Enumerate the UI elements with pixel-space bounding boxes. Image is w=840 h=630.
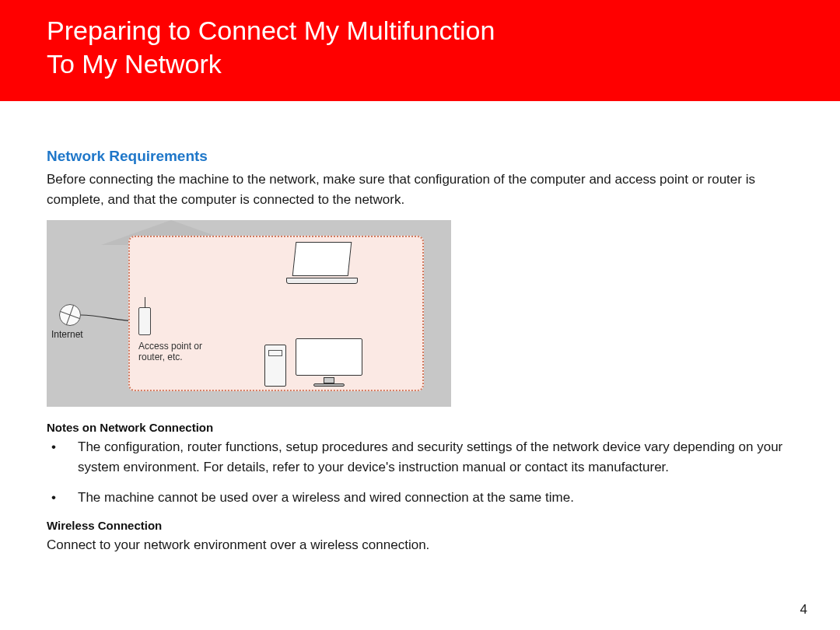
notes-list: • The configuration, router functions, s… <box>47 437 793 508</box>
slide-header: Preparing to Connect My Multifunction To… <box>0 0 840 102</box>
pc-tower-icon <box>264 345 286 387</box>
notes-item: • The configuration, router functions, s… <box>47 437 793 477</box>
title-line-2: To My Network <box>47 49 222 79</box>
slide-page: Preparing to Connect My Multifunction To… <box>0 0 840 630</box>
notes-item: • The machine cannot be used over a wire… <box>47 488 793 508</box>
laptop-icon <box>286 242 358 287</box>
notes-item-text: The machine cannot be used over a wirele… <box>78 488 793 508</box>
router-label: Access point or router, etc. <box>138 341 224 363</box>
title-line-1: Preparing to Connect My Multifunction <box>47 16 495 45</box>
bullet-icon: • <box>47 437 78 477</box>
internet-label: Internet <box>51 329 83 340</box>
wireless-text: Connect to your network environment over… <box>47 535 793 555</box>
wireless-heading: Wireless Connection <box>47 519 793 532</box>
notes-item-text: The configuration, router functions, set… <box>78 437 793 477</box>
notes-heading: Notes on Network Connection <box>47 421 793 434</box>
page-number: 4 <box>800 602 807 618</box>
monitor-icon <box>296 338 362 385</box>
intro-paragraph: Before connecting the machine to the net… <box>47 170 793 209</box>
slide-body: Network Requirements Before connecting t… <box>0 101 840 630</box>
section-heading-network-requirements: Network Requirements <box>47 148 793 165</box>
internet-globe-icon <box>59 304 81 326</box>
slide-title: Preparing to Connect My Multifunction To… <box>47 14 793 80</box>
router-icon <box>138 307 151 335</box>
network-diagram: Internet Access point or router, etc. <box>47 220 451 407</box>
bullet-icon: • <box>47 488 78 508</box>
